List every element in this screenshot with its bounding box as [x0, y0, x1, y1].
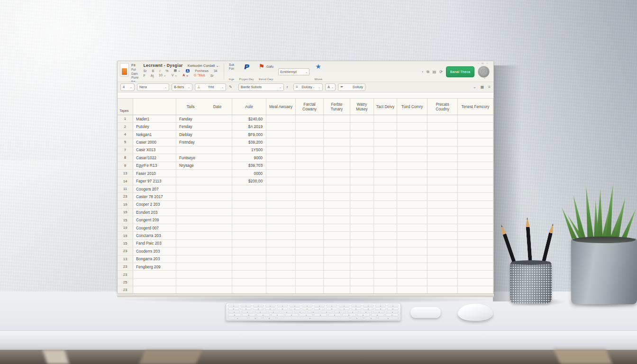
- empty-cell[interactable]: [296, 177, 324, 184]
- empty-cell[interactable]: [324, 286, 350, 293]
- name-cell[interactable]: Coogerd 007: [133, 224, 176, 231]
- empty-cell[interactable]: [458, 247, 493, 255]
- empty-cell[interactable]: [458, 123, 493, 130]
- empty-cell[interactable]: [374, 193, 397, 200]
- amount-cell[interactable]: [232, 216, 266, 223]
- name-cell[interactable]: Casir X013: [133, 146, 176, 154]
- empty-cell[interactable]: [266, 263, 296, 270]
- empty-cell[interactable]: [296, 247, 324, 255]
- empty-cell[interactable]: [458, 193, 493, 200]
- row-number[interactable]: 23: [118, 286, 133, 293]
- empty-cell[interactable]: [374, 247, 397, 255]
- empty-cell[interactable]: [324, 224, 350, 231]
- empty-cell[interactable]: [458, 185, 493, 192]
- empty-cell[interactable]: [374, 240, 397, 247]
- empty-cell[interactable]: [458, 201, 493, 208]
- empty-cell[interactable]: [350, 263, 374, 270]
- empty-cell[interactable]: [350, 209, 374, 216]
- empty-cell[interactable]: [296, 240, 324, 247]
- empty-cell[interactable]: [324, 154, 350, 161]
- column-header[interactable]: Aule: [232, 99, 266, 115]
- empty-cell[interactable]: [428, 271, 458, 278]
- empty-cell[interactable]: [397, 162, 428, 169]
- format-icon[interactable]: ▦ ⌄: [173, 69, 180, 73]
- empty-cell[interactable]: [428, 170, 458, 177]
- empty-cell[interactable]: [428, 263, 458, 270]
- amount-cell[interactable]: [232, 286, 266, 293]
- empty-cell[interactable]: [350, 154, 374, 161]
- empty-cell[interactable]: [266, 201, 296, 208]
- amount-cell[interactable]: $240,60: [232, 115, 266, 122]
- format-icon[interactable]: %: [165, 69, 168, 73]
- empty-cell[interactable]: [350, 162, 374, 169]
- format-icon[interactable]: 34: [214, 69, 218, 73]
- row-number[interactable]: 13: [118, 170, 133, 177]
- amount-cell[interactable]: [232, 247, 266, 255]
- amount-cell[interactable]: [232, 185, 266, 192]
- name-cell[interactable]: Nekgan1: [133, 131, 176, 138]
- empty-cell[interactable]: [296, 146, 324, 154]
- column-header[interactable]: Precats Coudny: [428, 99, 458, 115]
- document-dropdown[interactable]: Kwtsodm Cordatt ⌄: [188, 64, 219, 68]
- name-cell[interactable]: Faper 97 2113: [133, 177, 176, 184]
- empty-cell[interactable]: [374, 146, 397, 154]
- empty-cell[interactable]: [324, 271, 350, 278]
- empty-cell[interactable]: [397, 271, 428, 278]
- empty-cell[interactable]: [350, 146, 374, 154]
- name-cell[interactable]: Fengberg 209: [133, 263, 176, 270]
- empty-cell[interactable]: [458, 115, 493, 122]
- empty-cell[interactable]: [458, 255, 493, 263]
- empty-cell[interactable]: [266, 177, 296, 184]
- name-cell[interactable]: Caster 78 2017: [133, 193, 176, 200]
- amount-cell[interactable]: 9000: [232, 154, 266, 161]
- empty-cell[interactable]: [324, 201, 350, 208]
- empty-cell[interactable]: [266, 247, 296, 255]
- toolbar-control[interactable]: ✒Dolluly: [338, 83, 365, 91]
- toolbar-control[interactable]: r: [286, 83, 291, 91]
- amount-cell[interactable]: [232, 193, 266, 200]
- empty-cell[interactable]: [266, 193, 296, 200]
- row-number[interactable]: 1: [118, 115, 133, 122]
- name-cell[interactable]: Cooper 2 203: [133, 201, 176, 208]
- empty-cell[interactable]: [428, 255, 458, 263]
- toolbar-control[interactable]: 4⌄: [120, 83, 135, 91]
- tails-cell[interactable]: [176, 193, 232, 200]
- empty-cell[interactable]: [374, 123, 397, 130]
- tails-cell[interactable]: [176, 263, 232, 270]
- window-controls[interactable]: – ▭ –: [478, 62, 489, 64]
- empty-cell[interactable]: [458, 162, 493, 169]
- view-icon[interactable]: ⌄: [473, 85, 476, 89]
- format-icon[interactable]: Sr: [144, 69, 147, 73]
- format-icon[interactable]: A ⌄: [182, 73, 189, 77]
- column-header[interactable]: Watry Musey: [350, 99, 374, 115]
- empty-cell[interactable]: [350, 177, 374, 184]
- tails-cell[interactable]: Nrysage: [176, 162, 232, 169]
- empty-cell[interactable]: [397, 185, 428, 192]
- empty-cell[interactable]: [397, 115, 428, 122]
- empty-cell[interactable]: [397, 286, 428, 293]
- empty-cell[interactable]: [428, 154, 458, 161]
- empty-cell[interactable]: [296, 193, 324, 200]
- row-number[interactable]: 19: [118, 209, 133, 216]
- empty-cell[interactable]: [458, 279, 493, 286]
- empty-cell[interactable]: [428, 193, 458, 200]
- name-cell[interactable]: Fand Paic 203: [133, 240, 176, 247]
- row-number[interactable]: 23: [118, 247, 133, 255]
- empty-cell[interactable]: [350, 255, 374, 263]
- name-cell[interactable]: Faser 2010: [133, 170, 176, 177]
- column-header[interactable]: Farctal Cowany: [296, 99, 324, 115]
- empty-cell[interactable]: [266, 185, 296, 192]
- empty-cell[interactable]: [350, 240, 374, 247]
- empty-cell[interactable]: [296, 255, 324, 263]
- empty-cell[interactable]: [397, 240, 428, 247]
- column-header[interactable]: Ferbte Tunary: [324, 99, 350, 115]
- format-icon[interactable]: V ⌄: [172, 73, 177, 77]
- empty-cell[interactable]: [324, 185, 350, 192]
- amount-cell[interactable]: $200,00: [232, 177, 266, 184]
- empty-cell[interactable]: [397, 247, 428, 255]
- chevron-left-icon[interactable]: ‹: [422, 70, 423, 74]
- empty-cell[interactable]: [374, 131, 397, 138]
- empty-cell[interactable]: [296, 209, 324, 216]
- amount-cell[interactable]: $A 2019: [232, 123, 266, 130]
- format-icon[interactable]: G ⁺bius: [194, 73, 205, 77]
